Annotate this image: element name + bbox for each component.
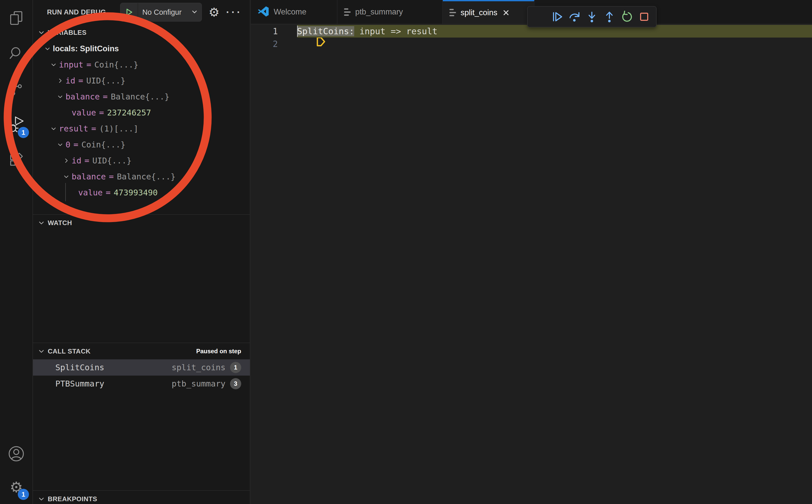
stack-frame-splitcoins[interactable]: SplitCoins split_coins 1 xyxy=(33,359,250,376)
chevron-down-icon[interactable] xyxy=(43,44,52,53)
chevron-down-icon[interactable] xyxy=(62,172,71,181)
selected-token: SplitCoins: xyxy=(297,26,354,36)
tree-row-input[interactable]: input = Coin{...} xyxy=(33,57,250,73)
chevron-down-icon xyxy=(191,8,198,16)
editor-group: Welcome ptb_summary split_coins xyxy=(251,0,812,504)
step-into-icon[interactable] xyxy=(584,9,600,25)
code-line-2[interactable]: 2 xyxy=(251,38,812,50)
call-stack-header[interactable]: CALL STACK Paused on step xyxy=(33,343,250,359)
variables-section: VARIABLES locals: SplitCoins input = Coi… xyxy=(33,24,250,214)
chevron-down-icon xyxy=(37,495,46,503)
breakpoints-header[interactable]: BREAKPOINTS xyxy=(33,491,250,504)
activity-bar-bottom-group: ⚙ 1 xyxy=(0,437,32,504)
activity-bar-top-group: 1 xyxy=(0,0,32,178)
settings-gear-icon[interactable]: ⚙ 1 xyxy=(0,471,32,504)
continue-icon[interactable] xyxy=(549,9,565,25)
step-out-icon[interactable] xyxy=(602,9,617,25)
watch-section: WATCH xyxy=(33,214,250,343)
more-actions-icon[interactable]: ··· xyxy=(226,10,242,15)
tree-row-result[interactable]: result = (1)[...] xyxy=(33,121,250,137)
sidebar-title: RUN AND DEBUG xyxy=(47,8,106,16)
vscode-window: 1 ⚙ 1 xyxy=(0,0,812,504)
vscode-logo-icon xyxy=(257,6,269,18)
chevron-down-icon[interactable] xyxy=(56,92,64,101)
tab-ptb-summary[interactable]: ptb_summary xyxy=(337,0,443,24)
stack-frame-ptbsummary[interactable]: PTBSummary ptb_summary 3 xyxy=(33,376,250,392)
gear-glyph: ⚙ xyxy=(208,5,219,19)
chevron-down-icon xyxy=(37,28,46,37)
tree-row-value[interactable]: value = 237246257 xyxy=(33,105,250,121)
chevron-down-icon xyxy=(37,219,46,227)
tree-row-index0[interactable]: 0 = Coin{...} xyxy=(33,137,250,153)
stop-icon[interactable] xyxy=(636,9,652,25)
source-control-icon[interactable] xyxy=(0,71,32,107)
accounts-icon[interactable] xyxy=(0,437,32,471)
call-stack-section: CALL STACK Paused on step SplitCoins spl… xyxy=(33,343,250,490)
line-number: 2 xyxy=(273,39,278,49)
paused-status: Paused on step xyxy=(196,348,241,355)
debug-badge: 1 xyxy=(18,127,29,138)
frame-line-badge: 3 xyxy=(230,378,241,389)
toolbar-drag-grip[interactable] xyxy=(532,9,548,25)
settings-badge: 1 xyxy=(18,489,29,500)
watch-header[interactable]: WATCH xyxy=(33,215,250,231)
search-icon[interactable] xyxy=(0,36,32,71)
restart-icon[interactable] xyxy=(619,9,635,25)
activity-bar: 1 ⚙ 1 xyxy=(0,0,33,504)
tree-row-locals[interactable]: locals: SplitCoins xyxy=(33,41,250,57)
code-content[interactable] xyxy=(297,38,812,50)
variables-header[interactable]: VARIABLES xyxy=(33,24,250,41)
code-text: input => result xyxy=(354,26,438,36)
debug-settings-gear-icon[interactable]: ⚙ xyxy=(208,6,219,18)
tree-row-value2[interactable]: value = 473993490 xyxy=(33,184,250,200)
run-and-debug-icon[interactable]: 1 xyxy=(0,107,32,142)
tab-welcome[interactable]: Welcome xyxy=(251,0,337,24)
run-and-debug-sidebar: RUN AND DEBUG No Configur ⚙ ··· xyxy=(33,0,250,504)
file-icon xyxy=(344,8,351,16)
file-icon xyxy=(450,9,456,16)
run-config-dropdown[interactable]: No Configur xyxy=(120,3,202,22)
sidebar-header: RUN AND DEBUG No Configur ⚙ ··· xyxy=(33,0,250,24)
code-area[interactable]: 1 SplitCoins: input => result 2 xyxy=(251,25,812,50)
run-config-label: No Configur xyxy=(138,8,191,16)
chevron-down-icon[interactable] xyxy=(56,140,64,149)
close-icon[interactable] xyxy=(503,9,510,16)
chevron-down-icon[interactable] xyxy=(49,124,58,133)
step-over-icon[interactable] xyxy=(567,9,582,25)
line-number: 1 xyxy=(273,26,278,36)
explorer-icon[interactable] xyxy=(0,0,32,36)
text-cursor xyxy=(297,26,298,37)
tree-row-id[interactable]: id = UID{...} xyxy=(33,73,250,89)
debug-toolbar xyxy=(527,6,657,27)
frame-line-badge: 1 xyxy=(230,362,241,373)
breakpoints-section: BREAKPOINTS xyxy=(33,490,250,504)
extensions-icon[interactable] xyxy=(0,142,32,178)
tree-row-balance2[interactable]: balance = Balance{...} xyxy=(33,169,250,184)
chevron-down-icon xyxy=(37,347,46,356)
start-debugging-icon[interactable] xyxy=(120,3,138,21)
chevron-down-icon[interactable] xyxy=(49,60,58,69)
gutter[interactable]: 2 xyxy=(251,38,297,50)
tree-row-balance[interactable]: balance = Balance{...} xyxy=(33,89,250,105)
gutter[interactable]: 1 xyxy=(251,25,297,38)
chevron-right-icon[interactable] xyxy=(62,156,71,165)
tab-split-coins[interactable]: split_coins xyxy=(443,0,535,24)
tree-row-id2[interactable]: id = UID{...} xyxy=(33,153,250,169)
chevron-right-icon[interactable] xyxy=(56,76,64,85)
